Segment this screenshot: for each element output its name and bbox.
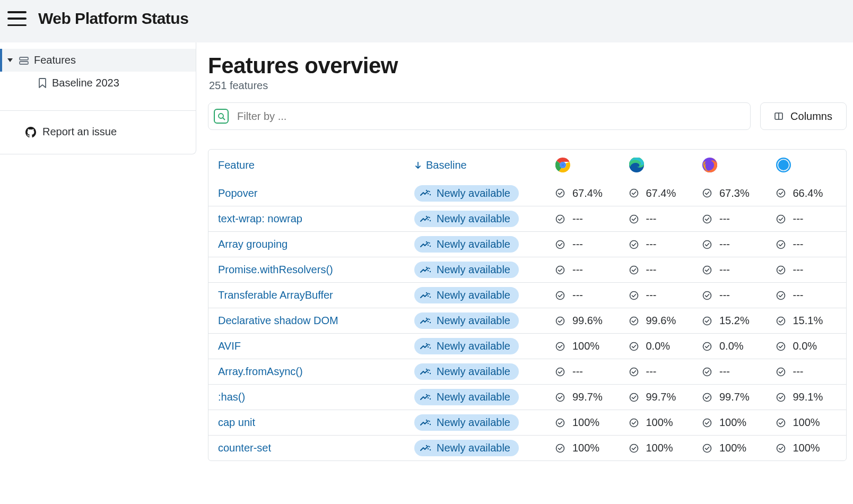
check-circle-icon [629,342,639,351]
column-header-feature[interactable]: Feature [218,159,414,171]
newly-available-icon [420,343,431,350]
feature-link[interactable]: Promise.withResolvers() [218,264,333,275]
browser-value-cell: --- [626,366,700,378]
baseline-chip-label: Newly available [437,264,510,276]
browser-value: --- [793,264,830,276]
firefox-icon [702,158,717,172]
browser-value-cell: --- [773,366,847,378]
feature-link[interactable]: AVIF [218,340,241,352]
baseline-chip-label: Newly available [437,416,510,429]
sidebar-item-report-issue[interactable]: Report an issue [0,111,196,154]
browser-value: 67.4% [646,187,683,199]
sidebar-item-features[interactable]: Features [0,49,196,72]
browser-value: --- [793,289,830,301]
column-header-baseline[interactable]: Baseline [414,159,552,171]
filter-input[interactable] [236,110,745,123]
browser-value-cell: 67.3% [699,187,773,199]
check-circle-icon [629,291,639,300]
browser-value-cell: --- [626,238,700,250]
column-header-firefox[interactable] [699,158,773,172]
browser-value: --- [793,366,830,378]
feature-link[interactable]: Transferable ArrayBuffer [218,289,333,301]
feature-link[interactable]: text-wrap: nowrap [218,213,302,224]
feature-link[interactable]: Declarative shadow DOM [218,315,338,326]
browser-value: --- [646,366,683,378]
browser-value-cell: --- [552,213,626,225]
hamburger-menu-button[interactable] [7,11,27,26]
feature-link[interactable]: Array grouping [218,238,288,250]
columns-button-label: Columns [790,110,832,123]
browser-value: 100% [646,442,683,454]
feature-link[interactable]: Array.fromAsync() [218,366,303,377]
browser-value-cell: --- [626,213,700,225]
check-circle-icon [555,444,565,453]
newly-available-icon [420,317,431,325]
columns-button[interactable]: Columns [760,102,847,130]
browser-value: 99.1% [793,391,830,403]
browser-value: 99.6% [572,315,610,327]
browser-value: 67.4% [572,187,610,199]
browser-value: --- [719,264,756,276]
table-row: text-wrap: nowrapNewly available--------… [208,206,846,231]
browser-value-cell: 15.1% [773,315,847,327]
column-header-safari[interactable] [773,158,847,172]
feature-link[interactable]: counter-set [218,442,271,454]
browser-value-cell: --- [773,238,847,250]
browser-value-cell: 100% [552,340,626,352]
table-row: cap unitNewly available100%100%100%100% [208,410,846,435]
check-circle-icon [555,291,565,300]
github-icon [25,127,36,137]
browser-value: --- [646,289,683,301]
browser-value-cell: 99.6% [626,315,700,327]
browser-value-cell: 67.4% [552,187,626,199]
browser-value-cell: 15.2% [699,315,773,327]
check-circle-icon [629,188,639,198]
baseline-chip: Newly available [414,414,519,431]
browser-value: 99.7% [646,391,683,403]
newly-available-icon [420,266,431,274]
page-title: Features overview [208,53,847,79]
browser-value-cell: --- [699,213,773,225]
feature-link[interactable]: :has() [218,391,245,403]
column-header-chrome[interactable] [552,158,626,172]
browser-value-cell: --- [699,238,773,250]
table-row: Array groupingNewly available-----------… [208,231,846,257]
bookmark-icon [38,78,47,88]
safari-icon [776,158,791,172]
check-circle-icon [776,265,786,275]
browser-value-cell: 99.7% [699,391,773,403]
check-circle-icon [702,393,712,402]
check-circle-icon [776,316,786,326]
browser-value: --- [793,238,830,250]
check-circle-icon [555,342,565,351]
browser-value-cell: --- [699,264,773,276]
browser-value: --- [646,264,683,276]
feature-link[interactable]: Popover [218,187,258,199]
browser-value-cell: --- [626,289,700,301]
features-table: Feature Baseline Popov [208,149,847,461]
column-header-edge[interactable] [626,158,700,172]
browser-value: 0.0% [793,340,830,352]
table-row: Transferable ArrayBufferNewly available-… [208,282,846,308]
sidebar-item-label: Baseline 2023 [52,77,119,89]
browser-value-cell: --- [552,289,626,301]
browser-value-cell: --- [552,238,626,250]
browser-value: 100% [719,416,756,429]
check-circle-icon [629,265,639,275]
sidebar: Features Baseline 2023 Report an issue [0,42,196,154]
check-circle-icon [629,240,639,249]
browser-value: 100% [646,416,683,429]
table-row: Promise.withResolvers()Newly available--… [208,257,846,282]
check-circle-icon [776,367,786,377]
feature-link[interactable]: cap unit [218,416,255,428]
table-row: PopoverNewly available67.4%67.4%67.3%66.… [208,180,846,206]
check-circle-icon [776,240,786,249]
feature-count: 251 features [209,80,847,92]
check-circle-icon [702,214,712,224]
filter-field[interactable] [208,102,751,130]
sort-down-icon [414,161,422,169]
browser-value-cell: --- [773,289,847,301]
sidebar-item-baseline[interactable]: Baseline 2023 [0,72,196,94]
newly-available-icon [420,215,431,223]
check-circle-icon [629,393,639,402]
